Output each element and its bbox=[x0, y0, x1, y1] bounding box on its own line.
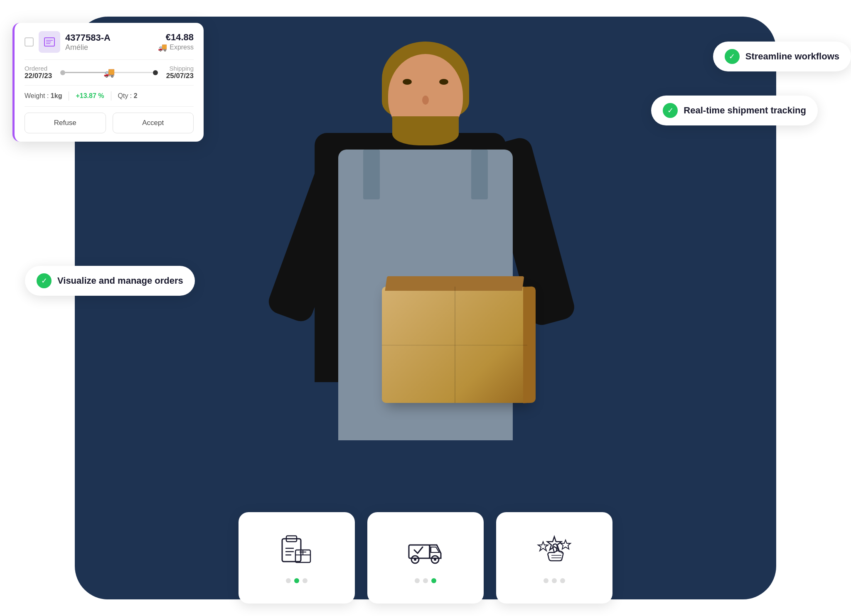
person-beard bbox=[392, 116, 459, 145]
svg-marker-20 bbox=[547, 537, 561, 550]
person-package bbox=[382, 287, 527, 403]
dot-1-2 bbox=[294, 578, 299, 583]
track-dot-start bbox=[60, 70, 65, 75]
refuse-button[interactable]: Refuse bbox=[25, 113, 106, 133]
main-scene: 4377583-A Amélie €14.88 🚚 Express Ordere… bbox=[0, 0, 851, 616]
qty-label: Qty : bbox=[118, 92, 132, 99]
qty-value: 2 bbox=[134, 92, 138, 99]
pill-realtime: ✓ Real-time shipment tracking bbox=[651, 96, 818, 125]
order-card-left: 4377583-A Amélie bbox=[25, 31, 111, 53]
dot-2-3 bbox=[431, 578, 436, 583]
detail-separator-2 bbox=[111, 91, 111, 101]
weight-value: 1kg bbox=[51, 92, 62, 99]
bottom-card-clipboard bbox=[239, 512, 355, 604]
order-thumbnail bbox=[39, 31, 60, 53]
ordered-label: Ordered bbox=[25, 65, 52, 72]
bottom-cards-container bbox=[239, 512, 612, 604]
dot-3-1 bbox=[544, 578, 548, 583]
clipboard-box-icon bbox=[278, 533, 315, 572]
svg-point-18 bbox=[434, 558, 436, 561]
bottom-card-dots-1 bbox=[286, 578, 307, 583]
order-card: 4377583-A Amélie €14.88 🚚 Express Ordere… bbox=[12, 23, 204, 142]
accept-button[interactable]: Accept bbox=[113, 113, 194, 133]
dot-2-2 bbox=[423, 578, 428, 583]
shipping-track: 🚚 bbox=[60, 70, 158, 75]
track-line: 🚚 bbox=[65, 72, 153, 73]
order-divider-1 bbox=[25, 59, 194, 60]
order-details-row: Weight : 1kg +13.87 % Qty : 2 bbox=[25, 85, 194, 107]
dot-1-1 bbox=[286, 578, 291, 583]
pill-text-visualize: Visualize and manage orders bbox=[57, 275, 183, 286]
bottom-card-dots-2 bbox=[415, 578, 436, 583]
dot-3-3 bbox=[560, 578, 565, 583]
order-express-label: Express bbox=[170, 44, 194, 51]
bottom-card-dots-3 bbox=[544, 578, 565, 583]
shipping-date: 25/07/23 bbox=[166, 72, 194, 80]
svg-marker-19 bbox=[538, 542, 548, 551]
bottom-card-rating bbox=[496, 512, 612, 604]
track-dot-end bbox=[153, 70, 158, 75]
check-icon-visualize: ✓ bbox=[41, 276, 47, 285]
order-actions: Refuse Accept bbox=[25, 113, 194, 133]
svg-point-16 bbox=[414, 558, 416, 561]
rating-stars-icon bbox=[536, 533, 573, 572]
order-id-text: 4377583-A bbox=[65, 32, 111, 43]
qty-detail: Qty : 2 bbox=[118, 92, 138, 100]
order-checkbox[interactable] bbox=[25, 37, 34, 47]
dot-3-2 bbox=[552, 578, 557, 583]
track-truck-icon: 🚚 bbox=[103, 67, 115, 78]
delivery-truck-icon bbox=[407, 533, 444, 572]
dot-2-1 bbox=[415, 578, 420, 583]
pill-visualize: ✓ Visualize and manage orders bbox=[25, 266, 195, 296]
pill-check-visualize: ✓ bbox=[37, 273, 52, 288]
bottom-card-truck bbox=[367, 512, 484, 604]
pill-text-streamline: Streamline workflows bbox=[745, 51, 839, 62]
percent-value: +13.87 % bbox=[76, 92, 104, 100]
pill-check-realtime: ✓ bbox=[663, 103, 678, 118]
check-icon-realtime: ✓ bbox=[667, 106, 674, 115]
ordered-date: 22/07/23 bbox=[25, 72, 52, 80]
order-card-header: 4377583-A Amélie €14.88 🚚 Express bbox=[25, 31, 194, 53]
pill-streamline: ✓ Streamline workflows bbox=[713, 42, 851, 71]
order-shipping-row: Ordered 22/07/23 🚚 Shipping 25/07/23 bbox=[25, 65, 194, 80]
ordered-block: Ordered 22/07/23 bbox=[25, 65, 52, 80]
weight-label: Weight : bbox=[25, 92, 49, 99]
order-express: 🚚 Express bbox=[158, 43, 194, 52]
order-price: €14.88 bbox=[158, 32, 194, 43]
pill-check-streamline: ✓ bbox=[725, 49, 740, 64]
detail-separator-1 bbox=[69, 91, 69, 101]
shipping-block: Shipping 25/07/23 bbox=[166, 65, 194, 80]
weight-detail: Weight : 1kg bbox=[25, 92, 62, 100]
order-customer-name: Amélie bbox=[65, 43, 111, 52]
pill-text-realtime: Real-time shipment tracking bbox=[684, 105, 806, 116]
shipping-label: Shipping bbox=[166, 65, 194, 72]
dot-1-3 bbox=[303, 578, 307, 583]
check-icon-streamline: ✓ bbox=[729, 52, 735, 61]
order-card-right: €14.88 🚚 Express bbox=[158, 32, 194, 52]
express-truck-icon: 🚚 bbox=[158, 43, 167, 52]
order-id-block: 4377583-A Amélie bbox=[65, 32, 111, 52]
